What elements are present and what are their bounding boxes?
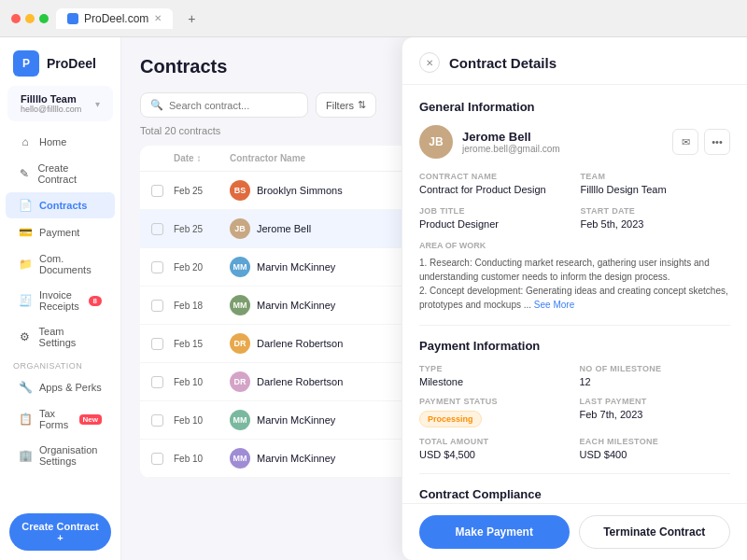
sidebar-item-org-settings[interactable]: 🏢Organisation Settings <box>6 438 115 473</box>
filter-button[interactable]: Filters ⇅ <box>316 92 376 118</box>
user-email: hello@fillllo.com <box>21 105 81 114</box>
tab-close-icon[interactable]: ✕ <box>154 13 162 23</box>
contracts-icon: 📄 <box>19 199 32 212</box>
area-of-work-text: 1. Research: Conducting market research,… <box>419 256 730 312</box>
payment-type-value: Milestone <box>419 376 571 387</box>
contractor-name-cell: Marvin McKinney <box>257 261 335 273</box>
team-value: Fillllo Design Team <box>581 184 731 195</box>
row-checkbox[interactable] <box>151 376 163 388</box>
job-title-label: Job Title <box>419 206 570 216</box>
milestone-label: No of Milestone <box>580 364 731 373</box>
sidebar-item-label: Create Contract <box>37 162 102 185</box>
browser-tab[interactable]: ProDeel.com ✕ <box>56 8 173 29</box>
each-milestone-label: Each Milestone <box>580 437 731 446</box>
contract-detail-panel: ✕ Contract Details General Information J… <box>402 37 747 560</box>
minimize-dot[interactable] <box>25 14 35 23</box>
job-title-field: Job Title Product Designer <box>419 206 570 230</box>
sidebar-item-create-contract[interactable]: ✎Create Contract <box>6 156 115 191</box>
contractor-avatar-sm: JB <box>230 218 250 239</box>
search-box[interactable]: 🔍 <box>140 92 308 118</box>
contractor-info-left: JB Jerome Bell jerome.bell@gmail.com <box>419 125 560 159</box>
sidebar-item-com-documents[interactable]: 📁Com. Documents <box>6 246 115 282</box>
contractor-actions: ✉ ••• <box>672 129 730 155</box>
row-checkbox[interactable] <box>151 414 163 427</box>
row-checkbox[interactable] <box>151 300 163 312</box>
panel-title: Contract Details <box>449 55 557 71</box>
search-input[interactable] <box>169 100 298 111</box>
sidebar-item-label: Com. Documents <box>39 253 102 275</box>
contractor-name-cell: Marvin McKinney <box>257 414 335 426</box>
sidebar-item-apps-perks[interactable]: 🔧Apps & Perks <box>6 374 115 400</box>
row-date: Feb 25 <box>174 224 230 234</box>
contract-name-label: Contract Name <box>419 172 570 181</box>
user-name: Fillllo Team <box>21 93 81 105</box>
milestone-field: No of Milestone 12 <box>580 364 731 387</box>
message-button[interactable]: ✉ <box>672 129 698 155</box>
col-check <box>151 153 174 163</box>
panel-close-button[interactable]: ✕ <box>419 52 440 73</box>
last-payment-label: Last Payment <box>580 397 731 406</box>
last-payment-value: Feb 7th, 2023 <box>580 409 731 420</box>
badge-tax-forms: New <box>79 414 102 425</box>
create-contract-button[interactable]: Create Contract + <box>9 513 111 551</box>
contractor-avatar-sm: MM <box>230 410 250 430</box>
contractor-avatar-sm: MM <box>230 448 250 469</box>
sidebar-item-label: Tax Forms <box>39 408 72 430</box>
total-amount-value: USD $4,500 <box>419 449 571 460</box>
start-date-field: Start Date Feb 5th, 2023 <box>581 206 731 230</box>
start-date-value: Feb 5th, 2023 <box>581 218 731 230</box>
close-dot[interactable] <box>11 14 21 23</box>
row-checkbox[interactable] <box>151 338 163 350</box>
sidebar-user[interactable]: Fillllo Team hello@fillllo.com ▾ <box>7 86 113 121</box>
payment-icon: 💳 <box>19 226 32 239</box>
area-of-work-section: Area of Work 1. Research: Conducting mar… <box>419 241 730 312</box>
tax-forms-icon: 📋 <box>19 413 32 426</box>
row-date: Feb 25 <box>174 186 230 196</box>
contractor-name-cell: Darlene Robertson <box>257 376 343 387</box>
sidebar: P ProDeel Fillllo Team hello@fillllo.com… <box>0 37 121 560</box>
sidebar-item-label: Organisation Settings <box>39 444 102 467</box>
more-button[interactable]: ••• <box>704 129 730 155</box>
search-icon: 🔍 <box>150 99 163 111</box>
contractor-avatar: JB <box>419 125 453 159</box>
contractor-avatar-sm: DR <box>230 371 250 392</box>
contractor-info-row: JB Jerome Bell jerome.bell@gmail.com ✉ •… <box>419 125 730 159</box>
make-payment-button[interactable]: Make Payment <box>419 515 570 549</box>
divider2 <box>419 473 730 474</box>
sidebar-item-home[interactable]: ⌂Home <box>6 129 115 155</box>
contractor-name-block: Jerome Bell jerome.bell@gmail.com <box>462 130 560 154</box>
row-checkbox[interactable] <box>151 261 163 273</box>
row-checkbox[interactable] <box>151 223 163 235</box>
contractor-name-cell: Brooklyn Simmons <box>257 185 343 196</box>
home-icon: ⌂ <box>19 135 32 148</box>
sidebar-item-label: Payment <box>39 227 79 238</box>
sidebar-item-contracts[interactable]: 📄Contracts <box>6 192 115 218</box>
sidebar-item-invoice-receipts[interactable]: 🧾Invoice Receipts8 <box>6 283 115 318</box>
payment-status-field: Payment Status Processing <box>419 397 571 427</box>
com-documents-icon: 📁 <box>19 258 32 271</box>
new-tab-button[interactable]: + <box>180 7 203 30</box>
contract-name-value: Contract for Product Design <box>419 184 570 195</box>
contract-name-field: Contract Name Contract for Product Desig… <box>419 172 570 195</box>
total-amount-label: Total Amount <box>419 437 571 446</box>
team-label: Team <box>581 172 731 181</box>
team-field: Team Fillllo Design Team <box>581 172 731 195</box>
create-contract-icon: ✎ <box>19 167 30 180</box>
contractor-avatar-sm: MM <box>230 257 250 277</box>
terminate-contract-button[interactable]: Terminate Contract <box>579 515 731 549</box>
app-container: P ProDeel Fillllo Team hello@fillllo.com… <box>0 37 747 560</box>
sidebar-item-team-settings[interactable]: ⚙Team Settings <box>6 319 115 355</box>
general-section-title: General Information <box>419 100 730 114</box>
contractor-avatar-sm: MM <box>230 295 250 315</box>
sidebar-item-tax-forms[interactable]: 📋Tax FormsNew <box>6 401 115 437</box>
sidebar-item-payment[interactable]: 💳Payment <box>6 219 115 245</box>
contractor-name-cell: Marvin McKinney <box>257 453 335 464</box>
see-more-link[interactable]: See More <box>534 300 574 310</box>
org-section-label: ORGANISATION <box>0 356 120 374</box>
row-checkbox[interactable] <box>151 185 163 197</box>
maximize-dot[interactable] <box>39 14 49 23</box>
sidebar-item-label: Contracts <box>39 200 87 211</box>
invoice-receipts-icon: 🧾 <box>19 294 32 307</box>
row-checkbox[interactable] <box>151 453 163 465</box>
filter-icon: ⇅ <box>358 99 366 111</box>
